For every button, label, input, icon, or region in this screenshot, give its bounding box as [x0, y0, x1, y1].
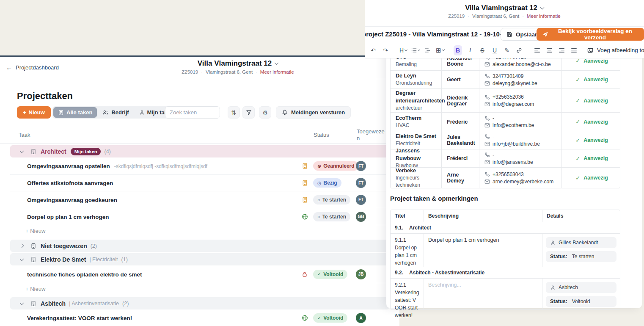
chevron-down-icon: [442, 48, 445, 51]
strikethrough-button[interactable]: S: [478, 45, 487, 55]
more-info-link[interactable]: Meer informatie: [260, 69, 294, 75]
group-count: (1): [121, 257, 128, 262]
column-titel: Titel: [391, 210, 424, 222]
filter-button[interactable]: [242, 106, 255, 119]
contact-row[interactable]: De LeynGrondsondering Geert 32477301409 …: [391, 71, 620, 89]
status-label: Status:: [550, 254, 567, 260]
description-placeholder[interactable]: Beschrijving...: [428, 281, 538, 288]
contacts-table: CTOBemaling Alexander Boone +32477707720…: [390, 51, 620, 188]
project-tasks-heading: Project taken & opmerkingen: [390, 195, 478, 202]
building-icon: [302, 196, 308, 203]
contact-row[interactable]: EcoThermHVAC Fréderic - info@ecotherm.be…: [391, 113, 620, 131]
status-pill[interactable]: Status: Te starten: [546, 251, 616, 262]
add-image-button[interactable]: Voeg afbeelding toe: [587, 47, 644, 53]
contact-person: Geert: [442, 71, 479, 88]
bullet-list-menu-button[interactable]: [411, 45, 420, 55]
task-row[interactable]: Offertes stikstofnota aanvragen ◷Bezig F…: [10, 175, 389, 191]
mail-icon: [484, 81, 490, 86]
task-filter-segmented-control: Alle taken Bedrijf Mijn taken: [52, 106, 179, 119]
presence-status[interactable]: Aanwezig: [583, 137, 608, 143]
add-new-task-link[interactable]: + Nieuw: [10, 283, 389, 294]
segment-alle-taken[interactable]: Alle taken: [53, 107, 97, 118]
preview-and-send-button[interactable]: Bekijk voorbeeldverslag en verzend: [537, 28, 644, 41]
underline-button[interactable]: U: [490, 45, 499, 55]
mail-icon: [484, 62, 490, 67]
phone-icon: [484, 171, 490, 177]
link-button[interactable]: [515, 45, 523, 55]
heading-menu-button[interactable]: H: [399, 45, 407, 55]
align-right-button[interactable]: [557, 45, 566, 55]
section-number: 9.1.: [395, 225, 403, 231]
presence-status[interactable]: Aanwezig: [583, 77, 608, 83]
task-row[interactable]: Dorpel op plan 1 cm verhogen ○Te starten…: [10, 208, 389, 225]
avatar[interactable]: GB: [356, 212, 366, 222]
avatar[interactable]: JB: [356, 269, 366, 279]
section-row: 9.1.Architect: [391, 222, 620, 234]
italic-button[interactable]: I: [466, 45, 474, 55]
bold-button[interactable]: B: [454, 45, 462, 55]
cancel-circle-icon: ⊗: [317, 163, 321, 169]
align-left-button[interactable]: [533, 45, 541, 55]
back-to-projectdashboard[interactable]: ← Projectdashboard: [6, 64, 59, 71]
undo-button[interactable]: ↶: [369, 45, 377, 55]
phone-icon: [484, 134, 490, 139]
project-title-dropdown[interactable]: Villa Vlamingstraat 12: [198, 59, 278, 68]
company-role: Grondsondering: [396, 80, 437, 87]
contact-row[interactable]: VerbekeIngenieurs technieken Arne Demey …: [391, 168, 620, 188]
new-task-button[interactable]: +Nieuw: [17, 106, 51, 119]
group-row-niet-toegewezen[interactable]: Niet toegewezen (2): [10, 240, 389, 252]
task-row[interactable]: Omgevingsaanvraag opstellen-skdflqsjdfml…: [10, 157, 389, 175]
task-row[interactable]: Verekeringsattest: VOOR start werken! ✓V…: [10, 309, 389, 326]
presence-status[interactable]: Aanwezig: [583, 58, 608, 64]
status-badge-busy: ◷Bezig: [313, 178, 341, 188]
left-window-header: ← Projectdashboard Villa Vlamingstraat 1…: [0, 57, 399, 79]
task-description[interactable]: Dorpel op plan 1 cm verhogen: [428, 236, 538, 243]
column-taak: Taak: [19, 132, 30, 138]
assignee-pill[interactable]: Asbitech: [546, 282, 616, 293]
align-center-button[interactable]: [545, 45, 553, 55]
check-icon: ✓: [317, 271, 321, 277]
redo-button[interactable]: ↷: [381, 45, 390, 55]
group-row-asbitech[interactable]: Asbitech | Asbestinventarisatie (2): [10, 297, 389, 309]
task-row[interactable]: Omgevingsaanvraag goedkeuren ○Te starten…: [10, 191, 389, 208]
search-tasks-input[interactable]: [165, 106, 220, 119]
avatar[interactable]: FT: [356, 178, 366, 188]
sort-button[interactable]: ⇅: [228, 106, 240, 119]
contact-row[interactable]: Janssens RuwbouwRuwbouw Fréderci - info@…: [391, 149, 620, 168]
send-notifications-button[interactable]: Meldingen versturen: [276, 106, 351, 119]
presence-status[interactable]: Aanwezig: [583, 119, 608, 125]
justify-button[interactable]: [570, 45, 578, 55]
group-row-elektro-de-smet[interactable]: Elektro De Smet | Electriciteit (1): [10, 253, 389, 265]
status-pill[interactable]: Status: Voltooid: [546, 296, 616, 307]
highlight-pen-button[interactable]: ✎: [503, 45, 511, 55]
contact-row[interactable]: Degraer interieurarchitectenarchitectuur…: [391, 89, 620, 113]
check-icon: ✓: [575, 137, 580, 144]
document-title[interactable]: project Z25019 - Villa Vlamingstraat 12 …: [365, 30, 516, 38]
phone-icon: [484, 152, 490, 157]
group-name: Architect: [41, 148, 66, 155]
avatar[interactable]: A: [356, 313, 366, 323]
avatar[interactable]: FT: [356, 161, 366, 171]
report-project-title: Villa Vlamingstraat 12: [465, 4, 537, 12]
report-more-info-link[interactable]: Meer informatie: [527, 14, 561, 19]
settings-button[interactable]: ⚙: [259, 106, 271, 119]
segment-bedrijf[interactable]: Bedrijf: [98, 107, 133, 118]
people-icon: [102, 110, 109, 116]
report-project-title-dropdown[interactable]: Villa Vlamingstraat 12: [465, 4, 543, 12]
lock-icon: [302, 271, 308, 277]
table-menu-button[interactable]: ⊞: [436, 45, 444, 55]
task-row[interactable]: technische fiches opladen elektro de sme…: [10, 265, 389, 283]
funnel-icon: [246, 110, 252, 116]
chevron-down-icon: [275, 61, 279, 65]
assignee-pill[interactable]: Gilles Baekelandt: [546, 237, 616, 248]
avatar[interactable]: FT: [356, 195, 366, 205]
indent-list-button[interactable]: [424, 45, 432, 55]
bullet-list-icon: [411, 48, 417, 53]
presence-status[interactable]: Aanwezig: [583, 155, 608, 161]
contact-person: Fréderci: [442, 149, 479, 167]
presence-status[interactable]: Aanwezig: [583, 98, 608, 104]
add-new-task-link[interactable]: + Nieuw: [10, 225, 389, 236]
task-list: Architect Mijn taken (4) Omgevingsaanvra…: [10, 145, 389, 326]
presence-status[interactable]: Aanwezig: [583, 175, 608, 181]
group-row-architect[interactable]: Architect Mijn taken (4): [10, 145, 389, 157]
